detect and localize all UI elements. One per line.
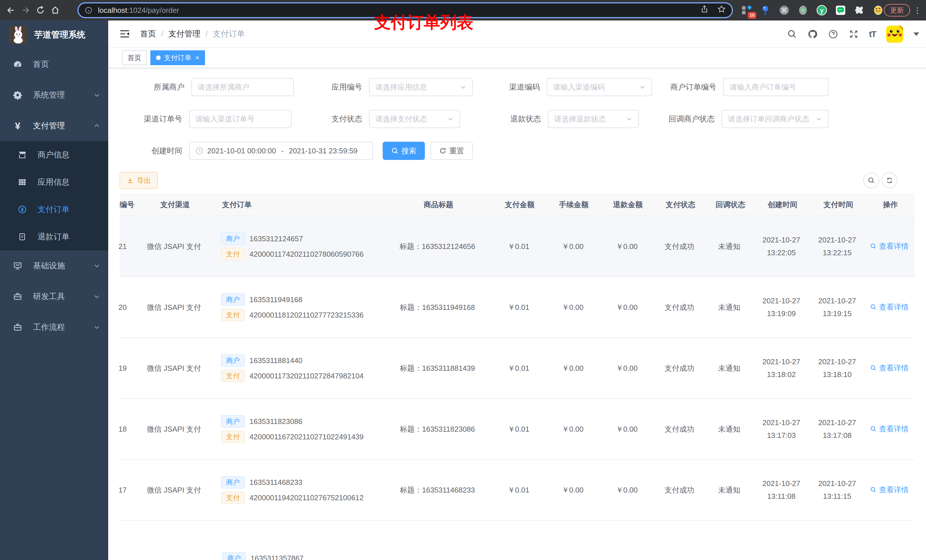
select-渠道编码[interactable]: 请输入渠道编码 (547, 78, 652, 96)
toggle-search-button[interactable] (863, 172, 879, 189)
browser-update-button[interactable]: 更新 (884, 4, 910, 17)
product-title-cell: 标题：1635311949168 (383, 302, 492, 312)
font-size-icon[interactable]: tT (869, 29, 876, 39)
record-extension-icon[interactable] (797, 4, 809, 17)
pay-tag: 支付 (221, 491, 245, 504)
forward-button[interactable] (18, 3, 33, 18)
back-button[interactable] (3, 3, 18, 18)
search-button[interactable]: 搜索 (383, 142, 425, 160)
select-支付状态[interactable]: 请选择支付状态 (369, 110, 460, 128)
column-header: 创建时间 (755, 200, 810, 210)
date-range-input[interactable]: 2021-10-01 00:00:00 - 2021-10-31 23:59:5… (189, 142, 373, 160)
yuque-extension-icon[interactable]: y (816, 4, 828, 17)
pay-time-cell: 2021-10-2713:17:08 (809, 416, 865, 442)
puzzle-extensions-icon[interactable] (853, 4, 865, 17)
pay-amount-cell: ￥0.01 (492, 302, 546, 312)
select-回调商户状态[interactable]: 请选择订单回调商户状态 (722, 110, 829, 128)
browser-menu-icon[interactable]: ⋮ (914, 0, 921, 21)
tag-pay-order[interactable]: 支付订单 × (150, 50, 205, 65)
table-row: 17微信 JSAPI 支付商户1635311468233支付4200001194… (120, 460, 915, 521)
sidebar-item-system[interactable]: 系统管理 (0, 80, 108, 110)
pay-order-cell: 商户1635311468233支付42000011942021102767521… (212, 473, 383, 507)
refresh-button[interactable] (882, 172, 897, 189)
site-info-icon[interactable] (84, 6, 93, 15)
github-icon[interactable] (808, 29, 818, 39)
reload-button[interactable] (33, 3, 48, 18)
view-detail-link[interactable]: 查看详情 (870, 363, 909, 373)
sidebar-item-pay[interactable]: ¥支付管理 (0, 110, 108, 141)
create-time-cell: 2021-10-2713:18:02 (754, 355, 809, 381)
avatar-caret-icon[interactable] (914, 32, 919, 36)
view-detail-link[interactable]: 查看详情 (870, 241, 909, 251)
merchant-order-no: 1635311881440 (250, 356, 303, 365)
sidebar-item-label: 系统管理 (33, 90, 94, 100)
header-search-icon[interactable] (787, 29, 797, 39)
sidebar: 芋道管理系统 首页系统管理¥支付管理商户信息应用信息支付订单退款订单基础设施研发… (0, 21, 108, 560)
clock-icon (195, 147, 203, 155)
merchant-order-no: 1635312124657 (250, 234, 303, 243)
bookmark-star-icon[interactable] (717, 5, 726, 16)
create-time-cell: 2021-10-2713:11:08 (754, 477, 809, 503)
view-detail-link[interactable]: 查看详情 (870, 485, 909, 495)
app-title: 芋道管理系统 (34, 29, 85, 41)
emoji-extension-icon[interactable] (872, 4, 884, 17)
field-回调商户状态: 回调商户状态请选择订单回调商户状态 (639, 110, 829, 128)
sidebar-item-refund[interactable]: 退款订单 (0, 223, 108, 251)
table-header-row: 编号支付渠道支付订单商品标题支付金额手续金额退款金额支付状态回调状态创建时间支付… (120, 193, 915, 216)
refund-amount-cell: ￥0.00 (600, 363, 654, 373)
extension-grid-icon[interactable]: 10 (740, 4, 753, 17)
sidebar-item-app[interactable]: 应用信息 (0, 169, 108, 196)
notify-status-cell: 未通知 (705, 302, 754, 312)
input-商户订单编号[interactable]: 请输入商户订单编号 (723, 78, 829, 96)
chevron-down-icon (94, 324, 100, 331)
order-id-cell: 20 (118, 303, 136, 312)
column-header: 手续金额 (547, 200, 601, 210)
breadcrumb-home[interactable]: 首页 (140, 29, 156, 39)
input-渠道订单号[interactable]: 请输入渠道订单号 (189, 110, 292, 128)
collapse-sidebar-icon[interactable] (120, 28, 131, 39)
app-logo[interactable]: 芋道管理系统 (0, 21, 108, 49)
select-应用编号[interactable]: 请选择应用信息 (369, 78, 473, 96)
sidebar-item-order[interactable]: 支付订单 (0, 196, 108, 223)
fullscreen-icon[interactable] (849, 29, 859, 39)
column-header: 支付时间 (810, 200, 866, 210)
merchant-tag: 商户 (222, 552, 246, 560)
user-avatar[interactable] (886, 26, 903, 43)
fee-amount-cell: ￥0.00 (546, 363, 600, 373)
breadcrumb: 首页 / 支付管理 / 支付订单 (140, 29, 245, 39)
fee-amount-cell: ￥0.00 (546, 424, 600, 434)
share-icon[interactable] (700, 5, 709, 16)
tag-home[interactable]: 首页 (122, 50, 147, 65)
sidebar-item-devtool[interactable]: 研发工具 (0, 281, 108, 312)
merchant-order-no: 1635311357867 (251, 554, 304, 560)
order-id-cell: 19 (118, 364, 136, 373)
sidebar-item-label: 基础设施 (33, 260, 94, 271)
table-toolbar: 导出 (108, 172, 926, 189)
field-退款状态: 退款状态请选择退款状态 (460, 110, 639, 128)
select-退款状态[interactable]: 请选择退款状态 (548, 110, 639, 128)
pay-status-cell: 支付成功 (654, 363, 705, 373)
tag-close-icon[interactable]: × (195, 54, 199, 62)
chat-extension-icon[interactable] (834, 4, 847, 17)
sidebar-item-infra[interactable]: 基础设施 (0, 251, 108, 281)
view-detail-link[interactable]: 查看详情 (870, 424, 909, 434)
merchant-tag: 商户 (221, 415, 245, 428)
sidebar-item-home[interactable]: 首页 (0, 49, 108, 80)
reset-button[interactable]: 重置 (431, 142, 473, 160)
filter-row-2: 渠道订单号请输入渠道订单号支付状态请选择支付状态退款状态请选择退款状态回调商户状… (108, 110, 926, 128)
sidebar-item-workflow[interactable]: 工作流程 (0, 312, 108, 343)
view-detail-link[interactable]: 查看详情 (870, 302, 909, 312)
breadcrumb-current: 支付订单 (213, 29, 245, 39)
monitor-icon (12, 261, 23, 271)
help-icon[interactable] (828, 29, 838, 39)
balloon-extension-icon[interactable] (759, 4, 772, 17)
export-button[interactable]: 导出 (120, 172, 158, 189)
breadcrumb-pay[interactable]: 支付管理 (169, 29, 200, 39)
action-cell: 查看详情 (865, 241, 914, 252)
sidebar-item-merchant[interactable]: 商户信息 (0, 141, 108, 169)
input-所属商户[interactable]: 请选择所属商户 (191, 78, 294, 96)
home-button[interactable] (48, 3, 63, 18)
column-header: 支付订单 (213, 200, 384, 210)
command-extension-icon[interactable]: ⌘ (778, 4, 790, 17)
sidebar-item-label: 退款订单 (38, 231, 100, 242)
